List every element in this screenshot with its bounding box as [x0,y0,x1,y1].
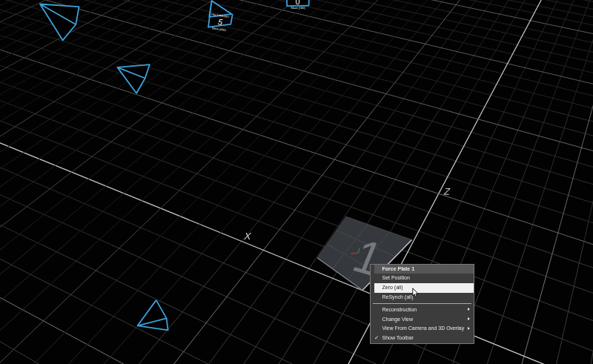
svg-text:Z: Z [443,186,451,197]
svg-text:Slave (#60): Slave (#60) [291,7,305,10]
svg-text:0: 0 [295,0,299,6]
svg-text:X: X [243,231,253,242]
